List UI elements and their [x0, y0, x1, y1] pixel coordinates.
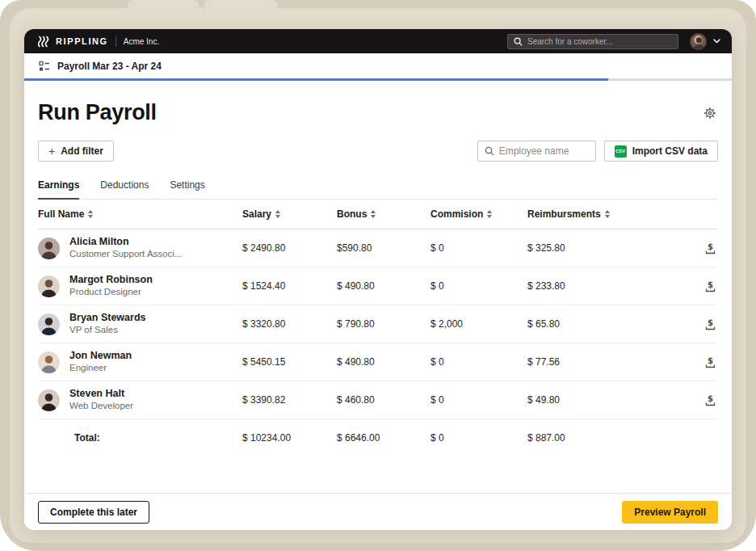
- employee-title: Engineer: [69, 362, 132, 374]
- table-row: Alicia Milton Customer Support Associ...…: [38, 229, 718, 267]
- table-header: Full Name Salary Bonus Commision Reimbur…: [38, 200, 718, 229]
- svg-text:$: $: [708, 356, 713, 365]
- table-row: Bryan Stewards VP of Sales $ 3320.80 $ 7…: [38, 305, 718, 343]
- rippling-logo: RIPPLING: [38, 36, 108, 48]
- complete-later-button[interactable]: Complete this later: [38, 501, 149, 524]
- reimbursements-value: $ 65.80: [527, 318, 665, 330]
- sort-icon: [88, 210, 93, 218]
- salary-value: $ 5450.15: [242, 356, 337, 368]
- sort-icon: [487, 210, 492, 218]
- reimbursements-value: $ 77.56: [527, 356, 665, 368]
- preview-payroll-button[interactable]: Preview Payroll: [622, 501, 718, 524]
- tab-deductions[interactable]: Deductions: [100, 179, 149, 199]
- avatar: [38, 276, 60, 297]
- bonus-value: $590.80: [337, 242, 430, 254]
- sort-icon: [371, 210, 376, 218]
- add-filter-button[interactable]: + Add filter: [38, 141, 114, 162]
- bonus-value: $ 490.80: [337, 356, 430, 368]
- bonus-value: $ 460.80: [337, 394, 430, 406]
- reimbursements-value: $ 325.80: [527, 242, 665, 254]
- csv-file-icon: CSV: [615, 145, 627, 158]
- salary-value: $ 3320.80: [242, 318, 337, 330]
- employee-title: Customer Support Associ...: [69, 248, 182, 260]
- sort-icon: [275, 210, 280, 218]
- table-row: Steven Halt Web Developer $ 3390.82 $ 46…: [38, 381, 718, 419]
- salary-value: $ 2490.80: [242, 242, 337, 254]
- commission-value: $ 0: [430, 356, 527, 368]
- document-tab-bar: Payroll Mar 23 - Apr 24: [24, 53, 732, 81]
- total-salary: $ 10234.00: [242, 432, 337, 444]
- svg-text:$: $: [708, 280, 713, 289]
- employee-name: Steven Halt: [69, 388, 133, 401]
- user-avatar[interactable]: [690, 33, 707, 50]
- avatar: [38, 313, 60, 335]
- page-title: Run Payroll: [38, 100, 157, 125]
- total-reimbursements: $ 887.00: [527, 432, 665, 444]
- total-row: Total: $ 10234.00 $ 6646.00 $ 0 $ 887.00: [38, 419, 718, 456]
- payroll-period-label: Payroll Mar 23 - Apr 24: [57, 61, 162, 72]
- column-header-full-name[interactable]: Full Name: [38, 208, 242, 220]
- company-name: Acme Inc.: [124, 37, 159, 46]
- main-content: Run Payroll + Add filter: [24, 81, 732, 493]
- commission-value: $ 0: [430, 394, 527, 406]
- tab-earnings[interactable]: Earnings: [38, 179, 79, 200]
- total-commission: $ 0: [430, 432, 527, 444]
- divider: [116, 36, 116, 47]
- payroll-period-tab[interactable]: Payroll Mar 23 - Apr 24: [24, 53, 732, 78]
- reimbursements-value: $ 233.80: [527, 280, 665, 292]
- bonus-value: $ 490.80: [337, 280, 430, 292]
- employee-title: Web Developer: [69, 400, 133, 412]
- coworker-search-input[interactable]: [527, 37, 672, 46]
- svg-text:$: $: [708, 242, 713, 251]
- import-csv-button[interactable]: CSV Import CSV data: [604, 141, 718, 162]
- gear-icon[interactable]: [702, 105, 718, 121]
- pay-deposit-icon[interactable]: $: [703, 317, 718, 332]
- employee-name: Alicia Milton: [69, 236, 182, 249]
- chevron-down-icon[interactable]: [713, 39, 720, 44]
- avatar: [38, 389, 60, 411]
- svg-text:$: $: [708, 318, 713, 327]
- bonus-value: $ 790.80: [337, 318, 430, 330]
- section-tabs: Earnings Deductions Settings: [38, 179, 718, 200]
- coworker-search[interactable]: [507, 34, 678, 49]
- import-csv-label: Import CSV data: [632, 145, 708, 157]
- employee-name-input[interactable]: [499, 145, 589, 157]
- pay-deposit-icon[interactable]: $: [703, 355, 718, 370]
- commission-value: $ 2,000: [430, 318, 527, 330]
- employee-name: Bryan Stewards: [69, 312, 145, 325]
- brand-name: RIPPLING: [56, 36, 108, 46]
- reimbursements-value: $ 49.80: [527, 394, 665, 406]
- total-bonus: $ 6646.00: [337, 432, 430, 444]
- top-navigation-bar: RIPPLING Acme Inc.: [24, 29, 732, 53]
- tab-settings[interactable]: Settings: [170, 179, 204, 199]
- avatar: [38, 351, 60, 373]
- pay-deposit-icon[interactable]: $: [703, 241, 718, 256]
- sort-icon: [605, 210, 610, 218]
- plus-icon: +: [48, 145, 55, 158]
- employee-name: Margot Robinson: [69, 274, 153, 287]
- column-header-reimbursements[interactable]: Reimbursments: [527, 208, 665, 220]
- add-filter-label: Add filter: [61, 145, 103, 157]
- avatar: [38, 238, 60, 259]
- salary-value: $ 1524.40: [242, 280, 337, 292]
- pay-deposit-icon[interactable]: $: [703, 393, 718, 408]
- search-icon: [485, 146, 494, 156]
- column-header-salary[interactable]: Salary: [242, 208, 337, 220]
- salary-value: $ 3390.82: [242, 394, 337, 406]
- column-header-commission[interactable]: Commision: [430, 208, 527, 220]
- table-row: Margot Robinson Product Designer $ 1524.…: [38, 267, 718, 305]
- task-list-icon: [39, 61, 50, 72]
- svg-text:$: $: [708, 394, 713, 403]
- pay-deposit-icon[interactable]: $: [703, 279, 718, 294]
- table-row: Jon Newman Engineer $ 5450.15 $ 490.80 $…: [38, 343, 718, 381]
- commission-value: $ 0: [430, 280, 527, 292]
- column-header-bonus[interactable]: Bonus: [337, 208, 430, 220]
- employee-title: Product Designer: [69, 286, 153, 298]
- employee-title: VP of Sales: [69, 324, 145, 336]
- employee-name: Jon Newman: [69, 350, 132, 363]
- employee-name-search[interactable]: [477, 141, 596, 162]
- search-icon: [514, 37, 523, 46]
- app-window: RIPPLING Acme Inc.: [24, 29, 732, 530]
- commission-value: $ 0: [430, 242, 527, 254]
- total-label: Total:: [38, 432, 242, 444]
